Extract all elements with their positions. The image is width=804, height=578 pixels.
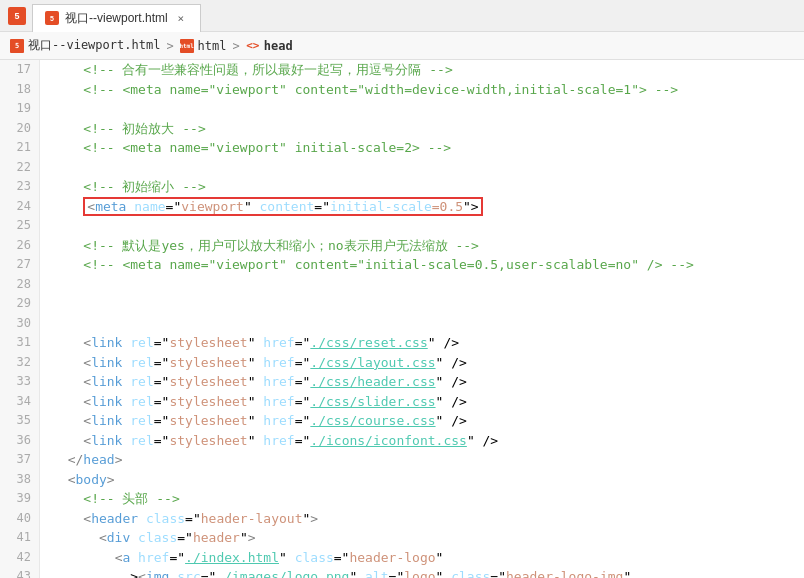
breadcrumb-sep-2: > — [233, 39, 240, 53]
line-number: 19 — [8, 99, 31, 119]
line-number: 30 — [8, 314, 31, 334]
line-number: 42 — [8, 548, 31, 568]
code-line: <link rel="stylesheet" href="./css/slide… — [52, 392, 804, 412]
code-line: <link rel="stylesheet" href="./css/reset… — [52, 333, 804, 353]
breadcrumb-html-node[interactable]: html — [198, 39, 227, 53]
line-number: 29 — [8, 294, 31, 314]
editor-area: 1718192021222324252627282930313233343536… — [0, 60, 804, 578]
line-number: 17 — [8, 60, 31, 80]
line-numbers-gutter: 1718192021222324252627282930313233343536… — [0, 60, 40, 578]
code-line: <!-- <meta name="viewport" content="widt… — [52, 80, 804, 100]
app-icon: 5 — [8, 7, 26, 25]
line-number: 27 — [8, 255, 31, 275]
line-number: 38 — [8, 470, 31, 490]
breadcrumb-sep-1: > — [166, 39, 173, 53]
tab-close-button[interactable]: × — [174, 11, 188, 25]
code-line: </head> — [52, 450, 804, 470]
breadcrumb-tag-icon: <> — [246, 39, 260, 53]
breadcrumb-head-node[interactable]: head — [264, 39, 293, 53]
code-line: <header class="header-layout"> — [52, 509, 804, 529]
tab-container: 5 视口--viewport.html × — [32, 2, 201, 30]
code-line: <!-- 合有一些兼容性问题，所以最好一起写，用逗号分隔 --> — [52, 60, 804, 80]
code-line: <!-- 初始缩小 --> — [52, 177, 804, 197]
line-number: 39 — [8, 489, 31, 509]
code-line: <!-- <meta name="viewport" initial-scale… — [52, 138, 804, 158]
tab-html5-icon: 5 — [45, 11, 59, 25]
line-number: 37 — [8, 450, 31, 470]
line-number: 33 — [8, 372, 31, 392]
line-number: 21 — [8, 138, 31, 158]
code-line: <!-- 头部 --> — [52, 489, 804, 509]
line-number: 43 — [8, 567, 31, 578]
line-number: 31 — [8, 333, 31, 353]
line-number: 41 — [8, 528, 31, 548]
line-number: 28 — [8, 275, 31, 295]
line-number: 32 — [8, 353, 31, 373]
breadcrumb-html-node-icon: html — [180, 39, 194, 53]
line-number: 20 — [8, 119, 31, 139]
code-line: <link rel="stylesheet" href="./icons/ico… — [52, 431, 804, 451]
code-line: <body> — [52, 470, 804, 490]
tab-label: 视口--viewport.html — [65, 10, 168, 27]
code-line — [52, 99, 804, 119]
breadcrumb-filename[interactable]: 视口--viewport.html — [28, 37, 160, 54]
code-line — [52, 158, 804, 178]
line-number: 40 — [8, 509, 31, 529]
line-number: 26 — [8, 236, 31, 256]
file-tab[interactable]: 5 视口--viewport.html × — [32, 4, 201, 32]
line-number: 35 — [8, 411, 31, 431]
code-line: <link rel="stylesheet" href="./css/layou… — [52, 353, 804, 373]
line-number: 23 — [8, 177, 31, 197]
code-line: ><img src="./images/logo.png" alt="logo"… — [52, 567, 804, 578]
code-line — [52, 216, 804, 236]
title-bar: 5 5 视口--viewport.html × — [0, 0, 804, 32]
code-line: <link rel="stylesheet" href="./css/heade… — [52, 372, 804, 392]
line-number: 25 — [8, 216, 31, 236]
line-number: 22 — [8, 158, 31, 178]
breadcrumb-html5-icon: 5 — [10, 39, 24, 53]
code-line: <!-- 默认是yes，用户可以放大和缩小；no表示用户无法缩放 --> — [52, 236, 804, 256]
code-line: <a href="./index.html" class="header-log… — [52, 548, 804, 568]
code-content[interactable]: <!-- 合有一些兼容性问题，所以最好一起写，用逗号分隔 --> <!-- <m… — [40, 60, 804, 578]
line-number: 24 — [8, 197, 31, 217]
breadcrumb-bar: 5 视口--viewport.html > html html > <> hea… — [0, 32, 804, 60]
code-line: <meta name="viewport" content="initial-s… — [52, 197, 804, 217]
code-line — [52, 294, 804, 314]
code-line: <!-- <meta name="viewport" content="init… — [52, 255, 804, 275]
html5-badge: 5 — [8, 7, 26, 25]
code-line — [52, 314, 804, 334]
line-number: 34 — [8, 392, 31, 412]
code-line: <div class="header"> — [52, 528, 804, 548]
line-number: 36 — [8, 431, 31, 451]
line-number: 18 — [8, 80, 31, 100]
code-line: <!-- 初始放大 --> — [52, 119, 804, 139]
code-line: <link rel="stylesheet" href="./css/cours… — [52, 411, 804, 431]
code-line — [52, 275, 804, 295]
